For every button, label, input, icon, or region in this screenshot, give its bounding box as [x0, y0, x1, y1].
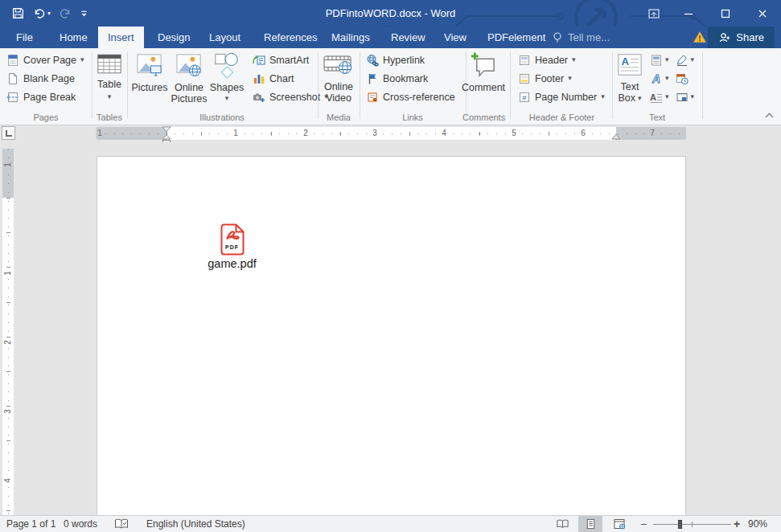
date-time-button[interactable] — [673, 69, 697, 88]
dropdown-caret — [568, 75, 572, 82]
cover-page-button[interactable]: Cover Page — [3, 51, 88, 69]
tab-design[interactable]: Design — [148, 27, 199, 48]
tab-view[interactable]: View — [434, 27, 476, 48]
close-button[interactable] — [744, 0, 781, 27]
page-number-icon: # — [518, 91, 531, 104]
tab-insert[interactable]: Insert — [98, 27, 144, 48]
save-button[interactable] — [10, 5, 27, 22]
group-label-illustrations: Illustrations — [129, 113, 315, 122]
shapes-icon — [213, 51, 240, 80]
ruler-number: 4 — [440, 129, 448, 138]
web-layout-button[interactable] — [607, 516, 631, 532]
redo-button[interactable] — [57, 6, 73, 22]
language-indicator[interactable]: English (United States) — [143, 516, 249, 532]
header-label: Header — [535, 55, 568, 66]
group-separator — [702, 51, 703, 119]
online-pictures-button[interactable]: Online Pictures — [169, 50, 209, 104]
word-application-window: PDFintoWORD.docx - Word File Home Insert… — [0, 0, 781, 532]
footer-button[interactable]: Footer — [515, 69, 608, 88]
online-pictures-label-2: Pictures — [171, 93, 207, 104]
wordart-icon: A — [650, 72, 663, 85]
cross-reference-label: Cross-reference — [383, 92, 455, 103]
zoom-out-button[interactable] — [637, 516, 650, 532]
first-line-indent-marker[interactable] — [162, 126, 171, 133]
tab-pdfelement[interactable]: PDFelement — [478, 27, 555, 48]
tab-file[interactable]: File — [6, 27, 43, 48]
maximize-button[interactable] — [707, 0, 744, 27]
signature-line-icon — [676, 54, 689, 67]
ribbon-group-header-footer: Header Footer # Page Number Header & Foo… — [513, 48, 610, 125]
tab-stop-selector[interactable] — [2, 126, 15, 140]
page-break-button[interactable]: Page Break — [3, 88, 88, 106]
chart-label: Chart — [269, 73, 294, 84]
status-bar: Page 1 of 1 0 words English (United Stat… — [0, 515, 781, 532]
tab-references[interactable]: References — [254, 27, 327, 48]
quick-parts-button[interactable] — [647, 51, 672, 69]
dropdown-caret — [665, 75, 669, 82]
cross-reference-button[interactable]: Cross-reference — [363, 88, 458, 106]
cross-reference-icon — [366, 91, 379, 104]
customize-toolbar-icon — [80, 9, 88, 18]
title-bar: PDFintoWORD.docx - Word — [0, 0, 781, 27]
ribbon-group-pages: Cover Page Blank Page Page Break Pages — [2, 48, 90, 125]
object-icon — [676, 91, 689, 104]
tell-me-search[interactable]: Tell me... — [552, 27, 610, 48]
proofing-status[interactable] — [111, 518, 132, 532]
quick-parts-icon — [650, 54, 663, 67]
pictures-button[interactable]: Pictures — [130, 50, 169, 93]
drop-cap-button[interactable]: A — [647, 88, 672, 106]
header-icon — [518, 54, 531, 67]
print-layout-icon — [585, 518, 597, 530]
shapes-button[interactable]: Shapes — [209, 50, 245, 102]
zoom-in-button[interactable] — [730, 516, 743, 532]
svg-text:A: A — [652, 72, 660, 85]
page-indicator[interactable]: Page 1 of 1 — [3, 516, 59, 532]
ribbon-tab-row: File Home Insert Design Layout Reference… — [0, 27, 781, 48]
ribbon-display-options-button[interactable] — [638, 0, 670, 27]
ruler-number: 2 — [3, 338, 13, 347]
share-button[interactable]: Share — [708, 27, 775, 48]
page-number-button[interactable]: # Page Number — [515, 88, 608, 106]
hyperlink-button[interactable]: Hyperlink — [363, 51, 458, 69]
header-button[interactable]: Header — [515, 51, 608, 69]
bookmark-button[interactable]: Bookmark — [363, 69, 458, 88]
comment-button[interactable]: Comment — [462, 50, 504, 93]
dropdown-caret — [225, 95, 229, 102]
table-button[interactable]: Table — [94, 50, 125, 100]
save-icon — [11, 6, 25, 20]
customize-quick-access-button[interactable] — [78, 7, 90, 19]
vertical-ruler[interactable]: 1 1 2 3 4 — [2, 149, 14, 515]
online-video-button[interactable]: Online Video — [321, 50, 356, 104]
horizontal-ruler[interactable]: 1 1 2 3 4 5 6 7 — [97, 127, 686, 140]
zoom-slider-thumb[interactable] — [678, 520, 682, 529]
zoom-slider-track[interactable] — [653, 524, 731, 525]
signature-line-button[interactable] — [673, 51, 697, 69]
group-separator — [360, 51, 360, 119]
undo-button[interactable] — [31, 6, 52, 22]
object-button[interactable] — [673, 88, 697, 106]
wordart-button[interactable]: A — [647, 69, 672, 88]
tab-layout[interactable]: Layout — [199, 27, 250, 48]
embedded-pdf-object[interactable]: PDF game.pdf — [186, 223, 278, 270]
read-mode-button[interactable] — [550, 516, 574, 532]
right-indent-marker[interactable] — [611, 133, 621, 140]
text-box-button[interactable]: A Text Box — [615, 50, 644, 104]
collapse-ribbon-button[interactable] — [764, 112, 775, 120]
group-separator — [318, 51, 319, 119]
blank-page-button[interactable]: Blank Page — [3, 69, 88, 88]
tab-review[interactable]: Review — [381, 27, 435, 48]
shapes-label: Shapes — [210, 82, 244, 93]
tab-mailings[interactable]: Mailings — [322, 27, 380, 48]
web-layout-icon — [613, 518, 626, 530]
word-count[interactable]: 0 words — [60, 516, 101, 532]
tab-home[interactable]: Home — [50, 27, 97, 48]
group-separator — [127, 51, 128, 119]
warning-icon[interactable] — [693, 30, 707, 44]
minimize-button[interactable] — [670, 0, 707, 27]
print-layout-button[interactable] — [578, 516, 602, 532]
document-page[interactable]: PDF game.pdf — [97, 156, 686, 515]
screenshot-label: Screenshot — [269, 92, 320, 103]
ruler-bar: 1 1 2 3 4 5 6 7 — [0, 125, 781, 142]
zoom-level[interactable]: 90% — [745, 516, 771, 532]
dropdown-caret — [665, 93, 669, 100]
